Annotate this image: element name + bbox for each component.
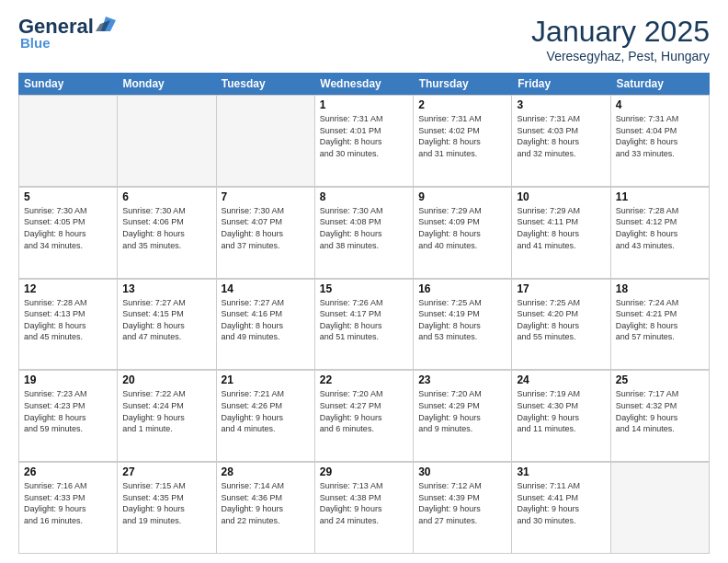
calendar-cell: 8Sunrise: 7:30 AM Sunset: 4:08 PM Daylig… [315,188,414,279]
day-number: 5 [24,190,112,203]
subtitle: Veresegyhaz, Pest, Hungary [531,49,710,63]
day-info: Sunrise: 7:28 AM Sunset: 4:12 PM Dayligh… [616,205,704,251]
calendar-cell: 30Sunrise: 7:12 AM Sunset: 4:39 PM Dayli… [414,463,512,554]
day-of-week-header: Sunday [18,73,117,95]
day-info: Sunrise: 7:22 AM Sunset: 4:24 PM Dayligh… [122,388,210,434]
calendar-cell: 22Sunrise: 7:20 AM Sunset: 4:27 PM Dayli… [315,371,414,462]
day-info: Sunrise: 7:13 AM Sunset: 4:38 PM Dayligh… [320,480,408,526]
day-of-week-header: Monday [117,73,215,95]
calendar-cell: 5Sunrise: 7:30 AM Sunset: 4:05 PM Daylig… [19,188,118,279]
day-info: Sunrise: 7:20 AM Sunset: 4:27 PM Dayligh… [320,388,408,434]
calendar-cell: 18Sunrise: 7:24 AM Sunset: 4:21 PM Dayli… [611,280,710,371]
day-number: 8 [320,190,408,203]
day-info: Sunrise: 7:30 AM Sunset: 4:06 PM Dayligh… [122,205,210,251]
calendar-cell: 17Sunrise: 7:25 AM Sunset: 4:20 PM Dayli… [512,280,610,371]
day-info: Sunrise: 7:30 AM Sunset: 4:07 PM Dayligh… [222,205,310,251]
day-number: 7 [222,190,310,203]
calendar-cell [118,96,216,187]
day-info: Sunrise: 7:30 AM Sunset: 4:08 PM Dayligh… [320,205,408,251]
day-info: Sunrise: 7:26 AM Sunset: 4:17 PM Dayligh… [320,297,408,343]
day-info: Sunrise: 7:31 AM Sunset: 4:01 PM Dayligh… [320,113,408,159]
day-of-week-header: Friday [512,73,610,95]
day-number: 21 [222,373,310,386]
title-block: January 2025 Veresegyhaz, Pest, Hungary [531,15,710,63]
day-number: 15 [320,282,408,295]
day-number: 22 [320,373,408,386]
day-info: Sunrise: 7:29 AM Sunset: 4:09 PM Dayligh… [418,205,506,251]
day-number: 1 [320,98,408,111]
calendar-cell: 2Sunrise: 7:31 AM Sunset: 4:02 PM Daylig… [414,96,512,187]
day-info: Sunrise: 7:12 AM Sunset: 4:39 PM Dayligh… [418,480,506,526]
day-number: 12 [24,282,112,295]
calendar-cell [611,463,710,554]
day-of-week-header: Thursday [414,73,512,95]
day-of-week-header: Tuesday [216,73,314,95]
day-info: Sunrise: 7:28 AM Sunset: 4:13 PM Dayligh… [24,297,112,343]
logo-icon [96,15,116,35]
day-number: 30 [418,465,506,478]
calendar-cell: 12Sunrise: 7:28 AM Sunset: 4:13 PM Dayli… [19,280,118,371]
day-number: 28 [222,465,310,478]
logo-blue-text: Blue [20,35,51,51]
day-number: 3 [517,98,605,111]
main-title: January 2025 [531,15,710,49]
day-info: Sunrise: 7:20 AM Sunset: 4:29 PM Dayligh… [418,388,506,434]
day-number: 9 [418,190,506,203]
day-number: 2 [418,98,506,111]
day-info: Sunrise: 7:24 AM Sunset: 4:21 PM Dayligh… [616,297,704,343]
calendar: SundayMondayTuesdayWednesdayThursdayFrid… [18,73,710,554]
calendar-week: 26Sunrise: 7:16 AM Sunset: 4:33 PM Dayli… [18,462,710,554]
day-number: 11 [616,190,704,203]
day-number: 4 [616,98,704,111]
calendar-cell: 14Sunrise: 7:27 AM Sunset: 4:16 PM Dayli… [217,280,315,371]
day-number: 19 [24,373,112,386]
day-info: Sunrise: 7:30 AM Sunset: 4:05 PM Dayligh… [24,205,112,251]
calendar-cell: 9Sunrise: 7:29 AM Sunset: 4:09 PM Daylig… [414,188,512,279]
calendar-cell: 31Sunrise: 7:11 AM Sunset: 4:41 PM Dayli… [512,463,610,554]
day-number: 23 [418,373,506,386]
day-info: Sunrise: 7:19 AM Sunset: 4:30 PM Dayligh… [517,388,605,434]
day-number: 29 [320,465,408,478]
day-info: Sunrise: 7:27 AM Sunset: 4:16 PM Dayligh… [222,297,310,343]
day-info: Sunrise: 7:21 AM Sunset: 4:26 PM Dayligh… [222,388,310,434]
calendar-cell: 28Sunrise: 7:14 AM Sunset: 4:36 PM Dayli… [217,463,315,554]
calendar-cell: 19Sunrise: 7:23 AM Sunset: 4:23 PM Dayli… [19,371,118,462]
calendar-header: SundayMondayTuesdayWednesdayThursdayFrid… [18,73,710,95]
day-number: 25 [616,373,704,386]
day-number: 17 [517,282,605,295]
day-number: 24 [517,373,605,386]
calendar-week: 12Sunrise: 7:28 AM Sunset: 4:13 PM Dayli… [18,279,710,371]
calendar-week: 19Sunrise: 7:23 AM Sunset: 4:23 PM Dayli… [18,370,710,462]
calendar-cell: 13Sunrise: 7:27 AM Sunset: 4:15 PM Dayli… [118,280,216,371]
day-number: 18 [616,282,704,295]
day-of-week-header: Wednesday [314,73,413,95]
calendar-cell: 24Sunrise: 7:19 AM Sunset: 4:30 PM Dayli… [512,371,610,462]
calendar-cell: 23Sunrise: 7:20 AM Sunset: 4:29 PM Dayli… [414,371,512,462]
day-info: Sunrise: 7:31 AM Sunset: 4:03 PM Dayligh… [517,113,605,159]
day-info: Sunrise: 7:25 AM Sunset: 4:20 PM Dayligh… [517,297,605,343]
day-info: Sunrise: 7:15 AM Sunset: 4:35 PM Dayligh… [122,480,210,526]
calendar-cell: 4Sunrise: 7:31 AM Sunset: 4:04 PM Daylig… [611,96,710,187]
day-info: Sunrise: 7:31 AM Sunset: 4:04 PM Dayligh… [616,113,704,159]
calendar-body: 1Sunrise: 7:31 AM Sunset: 4:01 PM Daylig… [18,95,710,554]
day-info: Sunrise: 7:11 AM Sunset: 4:41 PM Dayligh… [517,480,605,526]
header: General Blue January 2025 Veresegyhaz, P… [18,15,710,63]
calendar-cell: 11Sunrise: 7:28 AM Sunset: 4:12 PM Dayli… [611,188,710,279]
calendar-cell: 25Sunrise: 7:17 AM Sunset: 4:32 PM Dayli… [611,371,710,462]
day-number: 26 [24,465,112,478]
day-number: 20 [122,373,210,386]
logo: General Blue [18,15,116,51]
calendar-week: 1Sunrise: 7:31 AM Sunset: 4:01 PM Daylig… [18,95,710,187]
day-number: 6 [122,190,210,203]
day-info: Sunrise: 7:29 AM Sunset: 4:11 PM Dayligh… [517,205,605,251]
calendar-cell: 15Sunrise: 7:26 AM Sunset: 4:17 PM Dayli… [315,280,414,371]
day-info: Sunrise: 7:25 AM Sunset: 4:19 PM Dayligh… [418,297,506,343]
calendar-cell: 26Sunrise: 7:16 AM Sunset: 4:33 PM Dayli… [19,463,118,554]
calendar-cell: 1Sunrise: 7:31 AM Sunset: 4:01 PM Daylig… [315,96,414,187]
day-number: 27 [122,465,210,478]
calendar-cell: 10Sunrise: 7:29 AM Sunset: 4:11 PM Dayli… [512,188,610,279]
calendar-cell: 16Sunrise: 7:25 AM Sunset: 4:19 PM Dayli… [414,280,512,371]
calendar-cell: 27Sunrise: 7:15 AM Sunset: 4:35 PM Dayli… [118,463,216,554]
calendar-cell: 21Sunrise: 7:21 AM Sunset: 4:26 PM Dayli… [217,371,315,462]
day-number: 14 [222,282,310,295]
